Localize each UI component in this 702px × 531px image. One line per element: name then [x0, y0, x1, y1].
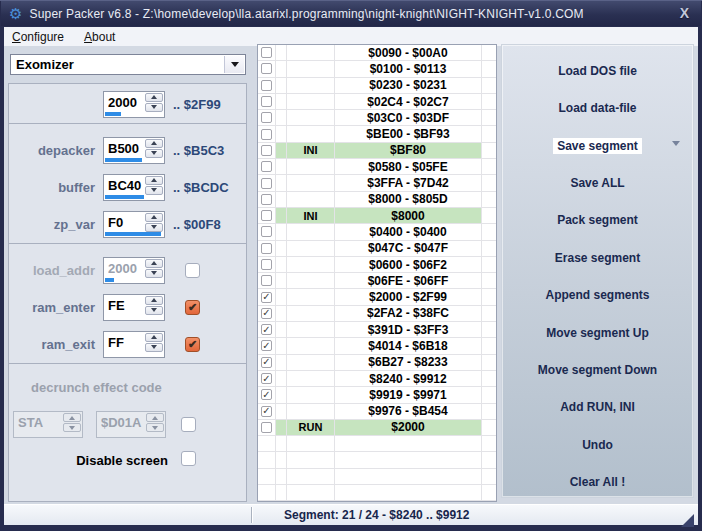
checked-checkbox-icon[interactable]: ✓: [261, 340, 272, 351]
spin-down-icon[interactable]: [145, 343, 163, 352]
button-load-data-file[interactable]: Load data-file: [502, 98, 693, 113]
unchecked-checkbox-icon[interactable]: [261, 63, 272, 74]
segment-range-cell[interactable]: $2000: [335, 420, 482, 435]
segment-row[interactable]: $BE00 - $BF93: [258, 126, 496, 142]
segment-checkbox-cell[interactable]: ✓: [258, 371, 276, 386]
segment-row[interactable]: [258, 452, 496, 468]
segment-range-cell[interactable]: $9976 - $B454: [335, 404, 482, 419]
packer-select[interactable]: Exomizer: [10, 54, 246, 75]
segment-row[interactable]: [258, 469, 496, 485]
segment-checkbox-cell[interactable]: ✓: [258, 322, 276, 337]
zp-var-spinner[interactable]: F0: [103, 211, 165, 238]
segment-row[interactable]: [258, 501, 496, 502]
button-save-all[interactable]: Save ALL: [502, 173, 693, 188]
segment-range-cell[interactable]: [335, 469, 482, 484]
segment-row[interactable]: $0600 - $06F2: [258, 257, 496, 273]
segment-checkbox-cell[interactable]: [258, 273, 276, 288]
spin-down-icon[interactable]: [145, 103, 163, 112]
decrunch-op-spinner-value[interactable]: STA: [18, 415, 62, 430]
button-move-segment-up[interactable]: Move segment Up: [502, 323, 693, 338]
zp-var-spinner-value[interactable]: F0: [108, 215, 144, 230]
spin-up-icon[interactable]: [63, 413, 81, 422]
segment-row[interactable]: $047C - $047F: [258, 241, 496, 257]
load-addr-checkbox[interactable]: [185, 263, 200, 278]
segment-checkbox-cell[interactable]: ✓: [258, 289, 276, 304]
segment-row[interactable]: RUN$2000: [258, 420, 496, 436]
segment-row[interactable]: ✓$8240 - $9912: [258, 371, 496, 387]
segment-row[interactable]: ✓$2FA2 - $38FC: [258, 306, 496, 322]
checked-checkbox-icon[interactable]: ✓: [261, 406, 272, 417]
segment-checkbox-cell[interactable]: [258, 45, 276, 60]
dropdown-arrow-icon[interactable]: [672, 141, 680, 146]
spin-down-icon[interactable]: [146, 423, 164, 432]
segment-row[interactable]: ✓$6B27 - $8233: [258, 355, 496, 371]
load-addr-spinner-value[interactable]: 2000: [108, 261, 144, 276]
segment-checkbox-cell[interactable]: [258, 78, 276, 93]
segment-checkbox-cell[interactable]: [258, 469, 276, 484]
segment-range-cell[interactable]: [335, 485, 482, 500]
button-erase-segment[interactable]: Erase segment: [502, 248, 693, 263]
buffer-spinner[interactable]: BC40: [103, 174, 165, 201]
segment-checkbox-cell[interactable]: [258, 175, 276, 190]
segment-checkbox-cell[interactable]: [258, 501, 276, 502]
segment-range-cell[interactable]: $0600 - $06F2: [335, 257, 482, 272]
spin-down-icon[interactable]: [145, 306, 163, 315]
segment-row[interactable]: [258, 485, 496, 501]
checked-checkbox-icon[interactable]: ✓: [261, 373, 272, 384]
button-clear-all[interactable]: Clear All !: [502, 472, 693, 487]
ram-enter-spinner[interactable]: FE: [103, 294, 165, 321]
segment-checkbox-cell[interactable]: [258, 436, 276, 451]
segment-range-cell[interactable]: $4014 - $6B18: [335, 338, 482, 353]
segment-range-cell[interactable]: $8240 - $9912: [335, 371, 482, 386]
segment-checkbox-cell[interactable]: [258, 61, 276, 76]
checked-checkbox-icon[interactable]: ✓: [261, 357, 272, 368]
buffer-spinner-value[interactable]: BC40: [108, 178, 144, 193]
checked-checkbox-icon[interactable]: ✓: [261, 308, 272, 319]
unchecked-checkbox-icon[interactable]: [261, 194, 272, 205]
segment-row[interactable]: ✓$2000 - $2F99: [258, 289, 496, 305]
segment-range-cell[interactable]: $6B27 - $8233: [335, 355, 482, 370]
segment-range-cell[interactable]: $0230 - $0231: [335, 78, 482, 93]
segment-range-cell[interactable]: $BE00 - $BF93: [335, 126, 482, 141]
segment-row[interactable]: $0090 - $00A0: [258, 45, 496, 61]
checked-checkbox-icon[interactable]: ✓: [261, 292, 272, 303]
segment-row[interactable]: $0230 - $0231: [258, 78, 496, 94]
ram-exit-spinner-value[interactable]: FF: [108, 335, 144, 350]
spin-down-icon[interactable]: [145, 223, 163, 232]
segment-row[interactable]: $0400 - $0400: [258, 224, 496, 240]
unchecked-checkbox-icon[interactable]: [261, 47, 272, 58]
segment-range-cell[interactable]: [335, 501, 482, 502]
segment-checkbox-cell[interactable]: [258, 420, 276, 435]
spin-up-icon[interactable]: [145, 259, 163, 268]
segment-checkbox-cell[interactable]: [258, 257, 276, 272]
ram-exit-checkbox[interactable]: ✔: [185, 337, 200, 352]
button-append-segments[interactable]: Append segments: [502, 285, 693, 300]
depacker-spinner[interactable]: B500: [103, 137, 165, 164]
segment-row[interactable]: $0100 - $0113: [258, 61, 496, 77]
segment-row[interactable]: ✓$9919 - $9971: [258, 387, 496, 403]
segment-checkbox-cell[interactable]: [258, 241, 276, 256]
menu-item-configure[interactable]: Configure: [4, 28, 74, 46]
segment-checkbox-cell[interactable]: [258, 224, 276, 239]
button-add-run-ini[interactable]: Add RUN, INI: [502, 397, 693, 412]
segment-row[interactable]: $3FFA - $7D42: [258, 175, 496, 191]
segment-row[interactable]: $02C4 - $02C7: [258, 94, 496, 110]
spin-up-icon[interactable]: [145, 213, 163, 222]
segment-checkbox-cell[interactable]: [258, 208, 276, 223]
segment-range-cell[interactable]: $0100 - $0113: [335, 61, 482, 76]
spin-up-icon[interactable]: [146, 413, 164, 422]
spin-up-icon[interactable]: [145, 176, 163, 185]
segment-checkbox-cell[interactable]: ✓: [258, 338, 276, 353]
unchecked-checkbox-icon[interactable]: [261, 422, 272, 433]
segment-range-cell[interactable]: $8000 - $805D: [335, 192, 482, 207]
unchecked-checkbox-icon[interactable]: [261, 226, 272, 237]
close-button[interactable]: X: [680, 5, 689, 21]
segment-range-cell[interactable]: $391D - $3FF3: [335, 322, 482, 337]
segment-range-cell[interactable]: $0400 - $0400: [335, 224, 482, 239]
menu-item-about[interactable]: About: [74, 28, 125, 46]
title-bar[interactable]: ⚙ Super Packer v6.8 - Z:\home\develop\ll…: [1, 1, 701, 26]
unchecked-checkbox-icon[interactable]: [261, 96, 272, 107]
button-save-segment[interactable]: Save segment: [502, 136, 693, 151]
pack-output-spinner-value[interactable]: 2000: [108, 95, 144, 110]
segment-checkbox-cell[interactable]: ✓: [258, 306, 276, 321]
